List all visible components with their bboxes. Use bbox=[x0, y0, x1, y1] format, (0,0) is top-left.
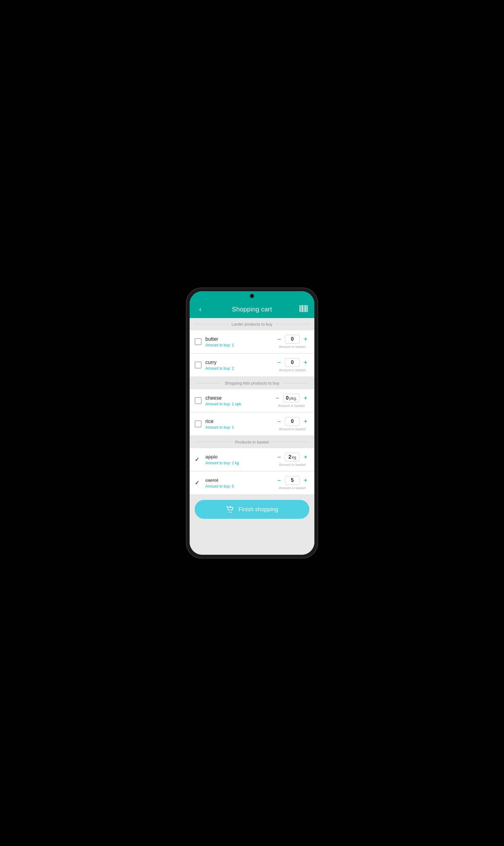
qty-unit-cheese: pkg. bbox=[289, 396, 297, 401]
checkbox-butter[interactable] bbox=[195, 338, 202, 345]
product-info-carrot: carrot Amount to buy: 5 bbox=[205, 477, 272, 489]
section-in-basket-header: Products in basket bbox=[190, 436, 314, 448]
amount-to-buy-cheese: Amount to buy: 1 opk. bbox=[205, 402, 270, 406]
phone-frame: ‹ Shopping cart Larder products to buy bbox=[186, 287, 318, 559]
qty-box-butter[interactable]: 0 bbox=[285, 335, 300, 343]
product-carrot: ✓ carrot Amount to buy: 5 − 5 + A bbox=[190, 472, 314, 494]
qty-box-curry[interactable]: 0 bbox=[285, 358, 300, 367]
quantity-control-carrot: − 5 + bbox=[275, 476, 309, 485]
svg-point-7 bbox=[229, 512, 230, 513]
status-bar bbox=[190, 291, 314, 301]
svg-rect-3 bbox=[304, 305, 304, 312]
qty-decrease-cheese[interactable]: − bbox=[274, 395, 281, 401]
qty-wrapper-apple: − 2kg + Amount in basket bbox=[275, 453, 309, 466]
svg-point-8 bbox=[231, 512, 232, 513]
product-name-cheese: cheese bbox=[205, 395, 270, 401]
amount-in-basket-label-curry: Amount in basket bbox=[279, 368, 306, 372]
phone-screen: ‹ Shopping cart Larder products to buy bbox=[190, 291, 314, 555]
svg-rect-4 bbox=[305, 305, 306, 312]
amount-to-buy-carrot: Amount to buy: 5 bbox=[205, 484, 272, 489]
section-larder-header: Larder products to buy bbox=[190, 318, 314, 330]
amount-to-buy-butter: Amount to buy: 1 bbox=[205, 343, 272, 347]
qty-wrapper-curry: − 0 + Amount in basket bbox=[275, 358, 309, 372]
qty-increase-rice[interactable]: + bbox=[302, 418, 309, 425]
svg-rect-0 bbox=[300, 305, 301, 312]
qty-wrapper-carrot: − 5 + Amount in basket bbox=[275, 476, 309, 490]
qty-decrease-rice[interactable]: − bbox=[275, 418, 283, 425]
qty-increase-butter[interactable]: + bbox=[302, 336, 309, 342]
svg-rect-1 bbox=[301, 305, 302, 312]
qty-increase-apple[interactable]: + bbox=[302, 454, 309, 460]
product-name-butter: butter bbox=[205, 336, 272, 342]
qty-box-cheese[interactable]: 0pkg. bbox=[283, 394, 300, 403]
product-name-rice: rice bbox=[205, 419, 272, 424]
qty-decrease-carrot[interactable]: − bbox=[275, 477, 283, 483]
quantity-control-butter: − 0 + bbox=[275, 335, 309, 343]
quantity-control-curry: − 0 + bbox=[275, 358, 309, 367]
product-cheese: cheese Amount to buy: 1 opk. − 0pkg. + A… bbox=[190, 389, 314, 412]
qty-decrease-curry[interactable]: − bbox=[275, 359, 283, 366]
finish-shopping-button[interactable]: Finish shopping bbox=[195, 500, 309, 519]
amount-to-buy-curry: Amount to buy: 2 bbox=[205, 366, 272, 371]
back-button[interactable]: ‹ bbox=[195, 305, 205, 314]
amount-in-basket-label-rice: Amount in basket bbox=[279, 427, 306, 431]
qty-wrapper-cheese: − 0pkg. + Amount in basket bbox=[274, 394, 309, 408]
qty-increase-carrot[interactable]: + bbox=[302, 477, 309, 483]
quantity-control-rice: − 0 + bbox=[275, 417, 309, 426]
quantity-control-cheese: − 0pkg. + bbox=[274, 394, 309, 403]
qty-increase-curry[interactable]: + bbox=[302, 359, 309, 366]
checkmark-apple: ✓ bbox=[195, 456, 202, 463]
qty-box-rice[interactable]: 0 bbox=[285, 417, 300, 426]
qty-unit-apple: kg bbox=[292, 455, 296, 460]
scroll-area: Larder products to buy butter Amount to … bbox=[190, 318, 314, 555]
amount-to-buy-apple: Amount to buy: 2 kg bbox=[205, 461, 272, 465]
camera-notch bbox=[250, 294, 254, 298]
product-name-carrot: carrot bbox=[205, 477, 272, 483]
product-butter: butter Amount to buy: 1 − 0 + Amount in … bbox=[190, 330, 314, 353]
svg-rect-6 bbox=[307, 305, 308, 312]
amount-in-basket-label-apple: Amount in basket bbox=[279, 463, 306, 466]
quantity-control-apple: − 2kg + bbox=[275, 453, 309, 461]
product-info-rice: rice Amount to buy: 1 bbox=[205, 419, 272, 429]
product-name-apple: apple bbox=[205, 454, 272, 460]
amount-in-basket-label-butter: Amount in basket bbox=[279, 345, 306, 349]
cart-icon bbox=[226, 505, 235, 514]
checkbox-curry[interactable] bbox=[195, 362, 202, 369]
product-curry: curry Amount to buy: 2 − 0 + Amount in b… bbox=[190, 354, 314, 376]
product-info-butter: butter Amount to buy: 1 bbox=[205, 336, 272, 347]
product-info-apple: apple Amount to buy: 2 kg bbox=[205, 454, 272, 465]
section-shopping-lists-header: Shopping lists products to buy bbox=[190, 377, 314, 389]
amount-in-basket-label-carrot: Amount in basket bbox=[279, 486, 306, 490]
product-apple: ✓ apple Amount to buy: 2 kg − 2kg + bbox=[190, 448, 314, 471]
qty-decrease-apple[interactable]: − bbox=[275, 454, 283, 460]
qty-wrapper-butter: − 0 + Amount in basket bbox=[275, 335, 309, 349]
amount-to-buy-rice: Amount to buy: 1 bbox=[205, 425, 272, 429]
finish-btn-area: Finish shopping bbox=[190, 495, 314, 524]
product-info-cheese: cheese Amount to buy: 1 opk. bbox=[205, 395, 270, 406]
qty-decrease-butter[interactable]: − bbox=[275, 336, 283, 342]
page-title: Shopping cart bbox=[232, 306, 272, 313]
svg-rect-2 bbox=[302, 305, 303, 312]
qty-box-carrot[interactable]: 5 bbox=[285, 476, 300, 485]
qty-increase-cheese[interactable]: + bbox=[302, 395, 309, 401]
product-info-curry: curry Amount to buy: 2 bbox=[205, 360, 272, 371]
checkbox-rice[interactable] bbox=[195, 421, 202, 427]
checkmark-carrot: ✓ bbox=[195, 479, 202, 486]
app-header: ‹ Shopping cart bbox=[190, 301, 314, 318]
product-rice: rice Amount to buy: 1 − 0 + Amount in ba… bbox=[190, 412, 314, 435]
svg-rect-5 bbox=[306, 305, 307, 312]
qty-wrapper-rice: − 0 + Amount in basket bbox=[275, 417, 309, 431]
amount-in-basket-label-cheese: Amount in basket bbox=[278, 404, 305, 408]
barcode-scan-icon[interactable] bbox=[299, 305, 309, 314]
product-name-curry: curry bbox=[205, 360, 272, 365]
checkbox-cheese[interactable] bbox=[195, 397, 202, 404]
qty-box-apple[interactable]: 2kg bbox=[285, 453, 300, 461]
